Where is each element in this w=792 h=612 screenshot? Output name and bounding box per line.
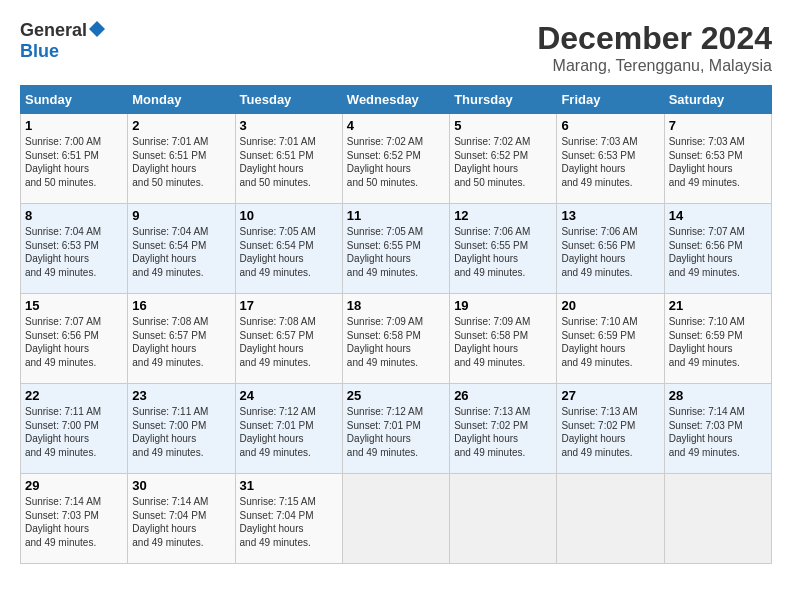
header-row: Sunday Monday Tuesday Wednesday Thursday…	[21, 86, 772, 114]
day-info: Sunrise: 7:05 AMSunset: 6:54 PMDaylight …	[240, 225, 338, 279]
table-row: 7Sunrise: 7:03 AMSunset: 6:53 PMDaylight…	[664, 114, 771, 204]
svg-marker-0	[89, 21, 105, 37]
table-row: 22Sunrise: 7:11 AMSunset: 7:00 PMDayligh…	[21, 384, 128, 474]
logo-general-text: General	[20, 20, 87, 41]
day-number: 31	[240, 478, 338, 493]
day-info: Sunrise: 7:11 AMSunset: 7:00 PMDaylight …	[25, 405, 123, 459]
calendar-table: Sunday Monday Tuesday Wednesday Thursday…	[20, 85, 772, 564]
day-info: Sunrise: 7:06 AMSunset: 6:55 PMDaylight …	[454, 225, 552, 279]
col-monday: Monday	[128, 86, 235, 114]
table-row: 24Sunrise: 7:12 AMSunset: 7:01 PMDayligh…	[235, 384, 342, 474]
day-number: 7	[669, 118, 767, 133]
table-row: 31Sunrise: 7:15 AMSunset: 7:04 PMDayligh…	[235, 474, 342, 564]
title-section: December 2024 Marang, Terengganu, Malays…	[537, 20, 772, 75]
calendar-row: 15Sunrise: 7:07 AMSunset: 6:56 PMDayligh…	[21, 294, 772, 384]
table-row: 20Sunrise: 7:10 AMSunset: 6:59 PMDayligh…	[557, 294, 664, 384]
day-number: 20	[561, 298, 659, 313]
table-row: 11Sunrise: 7:05 AMSunset: 6:55 PMDayligh…	[342, 204, 449, 294]
day-number: 24	[240, 388, 338, 403]
day-info: Sunrise: 7:05 AMSunset: 6:55 PMDaylight …	[347, 225, 445, 279]
day-info: Sunrise: 7:04 AMSunset: 6:53 PMDaylight …	[25, 225, 123, 279]
table-row: 26Sunrise: 7:13 AMSunset: 7:02 PMDayligh…	[450, 384, 557, 474]
col-thursday: Thursday	[450, 86, 557, 114]
table-row: 18Sunrise: 7:09 AMSunset: 6:58 PMDayligh…	[342, 294, 449, 384]
day-number: 6	[561, 118, 659, 133]
table-row: 12Sunrise: 7:06 AMSunset: 6:55 PMDayligh…	[450, 204, 557, 294]
day-info: Sunrise: 7:08 AMSunset: 6:57 PMDaylight …	[132, 315, 230, 369]
day-number: 27	[561, 388, 659, 403]
day-number: 23	[132, 388, 230, 403]
day-info: Sunrise: 7:00 AMSunset: 6:51 PMDaylight …	[25, 135, 123, 189]
day-number: 25	[347, 388, 445, 403]
day-info: Sunrise: 7:11 AMSunset: 7:00 PMDaylight …	[132, 405, 230, 459]
table-row: 4Sunrise: 7:02 AMSunset: 6:52 PMDaylight…	[342, 114, 449, 204]
table-row	[664, 474, 771, 564]
col-saturday: Saturday	[664, 86, 771, 114]
day-number: 15	[25, 298, 123, 313]
calendar-row: 22Sunrise: 7:11 AMSunset: 7:00 PMDayligh…	[21, 384, 772, 474]
day-number: 16	[132, 298, 230, 313]
day-info: Sunrise: 7:13 AMSunset: 7:02 PMDaylight …	[454, 405, 552, 459]
table-row: 10Sunrise: 7:05 AMSunset: 6:54 PMDayligh…	[235, 204, 342, 294]
day-number: 22	[25, 388, 123, 403]
table-row: 5Sunrise: 7:02 AMSunset: 6:52 PMDaylight…	[450, 114, 557, 204]
table-row: 17Sunrise: 7:08 AMSunset: 6:57 PMDayligh…	[235, 294, 342, 384]
table-row: 14Sunrise: 7:07 AMSunset: 6:56 PMDayligh…	[664, 204, 771, 294]
day-number: 29	[25, 478, 123, 493]
day-number: 30	[132, 478, 230, 493]
day-info: Sunrise: 7:01 AMSunset: 6:51 PMDaylight …	[132, 135, 230, 189]
col-sunday: Sunday	[21, 86, 128, 114]
day-number: 8	[25, 208, 123, 223]
day-number: 18	[347, 298, 445, 313]
day-info: Sunrise: 7:14 AMSunset: 7:03 PMDaylight …	[25, 495, 123, 549]
day-info: Sunrise: 7:03 AMSunset: 6:53 PMDaylight …	[561, 135, 659, 189]
table-row: 28Sunrise: 7:14 AMSunset: 7:03 PMDayligh…	[664, 384, 771, 474]
table-row: 8Sunrise: 7:04 AMSunset: 6:53 PMDaylight…	[21, 204, 128, 294]
table-row: 19Sunrise: 7:09 AMSunset: 6:58 PMDayligh…	[450, 294, 557, 384]
table-row	[342, 474, 449, 564]
table-row: 15Sunrise: 7:07 AMSunset: 6:56 PMDayligh…	[21, 294, 128, 384]
subtitle: Marang, Terengganu, Malaysia	[537, 57, 772, 75]
table-row: 29Sunrise: 7:14 AMSunset: 7:03 PMDayligh…	[21, 474, 128, 564]
day-info: Sunrise: 7:12 AMSunset: 7:01 PMDaylight …	[240, 405, 338, 459]
day-info: Sunrise: 7:02 AMSunset: 6:52 PMDaylight …	[454, 135, 552, 189]
day-number: 12	[454, 208, 552, 223]
day-info: Sunrise: 7:15 AMSunset: 7:04 PMDaylight …	[240, 495, 338, 549]
table-row: 23Sunrise: 7:11 AMSunset: 7:00 PMDayligh…	[128, 384, 235, 474]
day-number: 4	[347, 118, 445, 133]
table-row	[450, 474, 557, 564]
day-number: 11	[347, 208, 445, 223]
day-info: Sunrise: 7:08 AMSunset: 6:57 PMDaylight …	[240, 315, 338, 369]
day-number: 3	[240, 118, 338, 133]
day-number: 10	[240, 208, 338, 223]
day-number: 13	[561, 208, 659, 223]
col-friday: Friday	[557, 86, 664, 114]
header: General Blue December 2024 Marang, Teren…	[20, 20, 772, 75]
table-row: 2Sunrise: 7:01 AMSunset: 6:51 PMDaylight…	[128, 114, 235, 204]
table-row: 9Sunrise: 7:04 AMSunset: 6:54 PMDaylight…	[128, 204, 235, 294]
day-info: Sunrise: 7:13 AMSunset: 7:02 PMDaylight …	[561, 405, 659, 459]
day-number: 17	[240, 298, 338, 313]
day-info: Sunrise: 7:12 AMSunset: 7:01 PMDaylight …	[347, 405, 445, 459]
calendar-row: 1Sunrise: 7:00 AMSunset: 6:51 PMDaylight…	[21, 114, 772, 204]
calendar-row: 29Sunrise: 7:14 AMSunset: 7:03 PMDayligh…	[21, 474, 772, 564]
day-number: 28	[669, 388, 767, 403]
day-info: Sunrise: 7:01 AMSunset: 6:51 PMDaylight …	[240, 135, 338, 189]
table-row: 21Sunrise: 7:10 AMSunset: 6:59 PMDayligh…	[664, 294, 771, 384]
day-number: 26	[454, 388, 552, 403]
day-info: Sunrise: 7:10 AMSunset: 6:59 PMDaylight …	[561, 315, 659, 369]
table-row: 16Sunrise: 7:08 AMSunset: 6:57 PMDayligh…	[128, 294, 235, 384]
table-row: 1Sunrise: 7:00 AMSunset: 6:51 PMDaylight…	[21, 114, 128, 204]
col-wednesday: Wednesday	[342, 86, 449, 114]
logo-blue-text: Blue	[20, 41, 59, 61]
day-info: Sunrise: 7:03 AMSunset: 6:53 PMDaylight …	[669, 135, 767, 189]
day-number: 19	[454, 298, 552, 313]
day-info: Sunrise: 7:09 AMSunset: 6:58 PMDaylight …	[347, 315, 445, 369]
table-row: 27Sunrise: 7:13 AMSunset: 7:02 PMDayligh…	[557, 384, 664, 474]
col-tuesday: Tuesday	[235, 86, 342, 114]
day-number: 1	[25, 118, 123, 133]
day-info: Sunrise: 7:14 AMSunset: 7:04 PMDaylight …	[132, 495, 230, 549]
day-number: 21	[669, 298, 767, 313]
logo-triangle-icon	[89, 21, 105, 37]
day-info: Sunrise: 7:04 AMSunset: 6:54 PMDaylight …	[132, 225, 230, 279]
